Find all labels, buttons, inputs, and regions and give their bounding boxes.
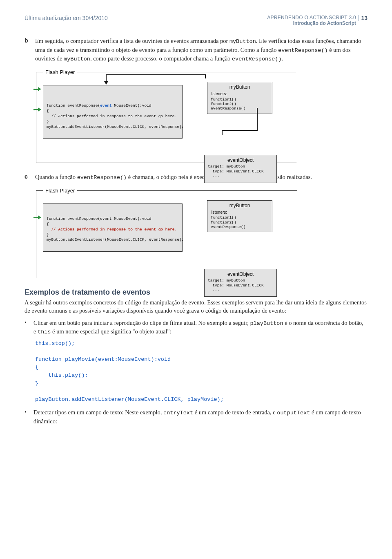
chapter-name: Introdução do ActionScript	[267, 20, 356, 26]
diagram-b: Flash Player function eventResponse(even…	[36, 69, 368, 163]
mybutton-l1: function1()	[211, 97, 269, 102]
mybutton-box-2: myButton listeners: function1() function…	[207, 200, 272, 233]
flashplayer-legend: Flash Player	[43, 69, 77, 75]
d2-l5: myButton.addEventListener(MouseEvent.CLI…	[47, 237, 184, 242]
step-b-code4: eventResponse()	[232, 56, 282, 62]
step-b-code2: eventResponse()	[278, 47, 328, 54]
eventobject2-r2: type: MouseEvent.CLICK	[208, 283, 273, 288]
code-box-2: function eventResponse(event:MouseEvent)…	[43, 203, 183, 252]
code-box: function eventResponse(event:MouseEvent)…	[43, 85, 183, 139]
eventobject2-r3: ...	[208, 288, 273, 292]
step-b-t4: , como parte desse processo, o computado…	[90, 55, 232, 62]
eventobject-r1: target: myButton	[208, 164, 273, 169]
connector-line	[106, 74, 206, 75]
eventobject-title-2: eventObject	[208, 271, 273, 277]
step-b-t5: .	[282, 55, 283, 62]
b2-b: é um campo de texto de entrada, e	[193, 409, 277, 416]
eventobject-box: eventObject target: myButton type: Mouse…	[204, 155, 277, 183]
examples-heading: Exemplos de tratamento de eventos	[24, 288, 368, 297]
bullet1-text: Clicar em um botão para iniciar a reprod…	[33, 319, 368, 336]
mybutton2-l3: eventResponse()	[211, 225, 269, 229]
examples-intro: A seguir há outros exemplos concretos do…	[24, 298, 368, 315]
diagram-c: Flash Player function eventResponse(even…	[36, 188, 368, 278]
arrow-icon	[33, 107, 42, 112]
b2-a: Detectar tipos em um campo de texto: Nes…	[33, 409, 163, 416]
header-right: APRENDENDO O ACTIONSCRIPT 3.0 Introdução…	[267, 15, 368, 26]
bullet-icon: •	[24, 408, 29, 425]
b1-code1: playButton	[250, 320, 283, 326]
mybutton-l3: eventResponse()	[211, 106, 269, 111]
product-name: APRENDENDO O ACTIONSCRIPT 3.0	[267, 15, 356, 20]
step-b-marker: b	[24, 37, 30, 63]
code-l5: myButton.addEventListener(MouseEvent.CLI…	[47, 125, 184, 129]
step-c-code1: eventResponse()	[77, 174, 127, 181]
eventobject-r3: ...	[208, 174, 273, 178]
code-l1b: :MouseEvent):void	[112, 103, 151, 108]
code-example-1: this.stop(); function playMovie(event:Mo…	[35, 340, 368, 404]
mybutton-title: myButton	[211, 84, 269, 90]
code-l4: }	[47, 119, 49, 124]
step-b-code3: myButton	[64, 56, 90, 62]
code-l2: {	[47, 109, 49, 113]
mybutton2-l2: function2()	[211, 220, 269, 225]
arrowhead-down-icon	[104, 81, 108, 85]
flashplayer-frame: Flash Player function eventResponse(even…	[36, 69, 297, 163]
step-b: b Em seguida, o computador verifica a li…	[24, 37, 368, 63]
last-update-text: Última atualização em 30/4/2010	[24, 15, 108, 21]
eventobject2-r1: target: myButton	[208, 278, 273, 283]
mybutton-title-2: myButton	[211, 202, 269, 209]
flashplayer-frame-2: Flash Player function eventResponse(even…	[36, 188, 297, 278]
arrow-icon	[33, 87, 42, 91]
step-c: c Quando a função eventResponse() é cham…	[24, 173, 368, 182]
step-b-code1: myButton	[229, 38, 256, 45]
step-b-text: Em seguida, o computador verifica a list…	[35, 37, 368, 63]
code-l1a: function eventResponse(	[47, 103, 100, 108]
d2-l3: // Actions performed in response to the …	[47, 227, 177, 232]
code-event-kw: event	[100, 103, 112, 108]
step-c-marker: c	[24, 173, 30, 182]
b2-code1: entryText	[163, 410, 193, 416]
eventobject-r2: type: MouseEvent.CLICK	[208, 169, 273, 174]
mybutton-box: myButton listeners: function1() function…	[207, 82, 272, 114]
bullet-icon: •	[24, 319, 29, 336]
b1-code2: this	[38, 329, 51, 335]
eventobject-box-2: eventObject target: myButton type: Mouse…	[204, 269, 277, 297]
d2-l4: }	[47, 233, 49, 237]
step-c-t1: Quando a função	[35, 174, 77, 180]
b1-a: Clicar em um botão para iniciar a reprod…	[33, 320, 250, 326]
connector-line	[222, 130, 258, 131]
example-bullet-1: • Clicar em um botão para iniciar a repr…	[24, 319, 368, 336]
eventobject-title: eventObject	[208, 157, 273, 163]
connector-line	[106, 74, 107, 82]
d2-l1: function eventResponse(event:MouseEvent)…	[47, 217, 151, 221]
d2-l2: {	[47, 222, 49, 226]
arrow-icon	[33, 215, 42, 219]
bullet2-text: Detectar tipos em um campo de texto: Nes…	[33, 408, 368, 425]
connector-line	[222, 130, 223, 135]
code-l3: // Actions performed in response to the …	[47, 114, 177, 119]
step-b-t1: Em seguida, o computador verifica a list…	[35, 38, 229, 44]
mybutton2-l1: function1()	[211, 215, 269, 220]
flashplayer-legend-2: Flash Player	[43, 188, 77, 194]
connector-line	[257, 108, 258, 131]
mybutton-subtitle: listeners:	[211, 91, 269, 97]
page-number: 13	[358, 15, 368, 21]
b1-c: é um nome especial que significa "o obje…	[51, 328, 171, 335]
page-header: Última atualização em 30/4/2010 APRENDEN…	[24, 15, 368, 26]
example-bullet-2: • Detectar tipos em um campo de texto: N…	[24, 408, 368, 425]
mybutton-subtitle-2: listeners:	[211, 210, 269, 215]
b2-code2: outputText	[277, 410, 310, 416]
mybutton-l2: function2()	[211, 102, 269, 106]
